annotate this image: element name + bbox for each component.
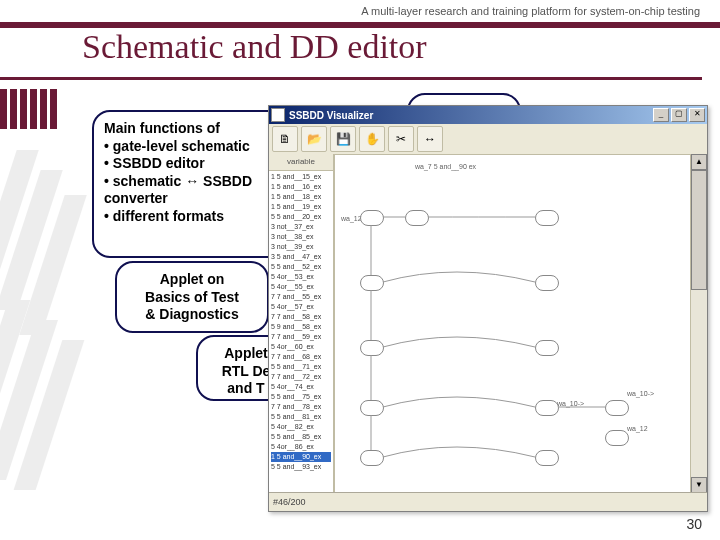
list-item[interactable]: 3 not__39_ex xyxy=(271,242,331,252)
vertical-scrollbar[interactable]: ▲ ▼ xyxy=(691,154,707,493)
list-item[interactable]: 7 7 and__59_ex xyxy=(271,332,331,342)
link-icon[interactable]: ↔ xyxy=(417,126,443,152)
list-item[interactable]: 5 4or__53_ex xyxy=(271,272,331,282)
doc-icon[interactable]: 🗎 xyxy=(272,126,298,152)
applet-basics-line: & Diagnostics xyxy=(127,306,257,324)
list-item[interactable]: 3 not__37_ex xyxy=(271,222,331,232)
divider-under-title xyxy=(0,77,702,80)
window-toolbar: 🗎 📂 💾 ✋ ✂ ↔ xyxy=(269,124,707,155)
list-item[interactable]: 5 4or__86_ex xyxy=(271,442,331,452)
list-item[interactable]: 1 5 and__15_ex xyxy=(271,172,331,182)
list-item[interactable]: 5 5 and__75_ex xyxy=(271,392,331,402)
minimize-button[interactable]: _ xyxy=(653,108,669,122)
list-item[interactable]: 7 7 and__58_ex xyxy=(271,312,331,322)
list-item[interactable]: 5 5 and__52_ex xyxy=(271,262,331,272)
list-item[interactable]: 7 7 and__55_ex xyxy=(271,292,331,302)
main-functions-bullet: • different formats xyxy=(104,208,294,226)
graph-edges xyxy=(335,155,690,492)
maximize-button[interactable]: ▢ xyxy=(671,108,687,122)
applet-basics-callout: Applet on Basics of Test & Diagnostics xyxy=(115,261,269,333)
list-item[interactable]: 5 5 and__81_ex xyxy=(271,412,331,422)
applet-basics-line: Basics of Test xyxy=(127,289,257,307)
list-item[interactable]: 7 7 and__78_ex xyxy=(271,402,331,412)
list-item[interactable]: 5 9 and__58_ex xyxy=(271,322,331,332)
header-subtitle: A multi-layer research and training plat… xyxy=(0,0,720,22)
scroll-up-button[interactable]: ▲ xyxy=(691,154,707,170)
page-title: Schematic and DD editor xyxy=(82,28,427,66)
logo xyxy=(0,87,66,133)
window-app-icon xyxy=(271,108,285,122)
list-item[interactable]: 1 5 and__19_ex xyxy=(271,202,331,212)
window-title-text: SSBDD Visualizer xyxy=(289,110,653,121)
window-titlebar[interactable]: SSBDD Visualizer _ ▢ ✕ xyxy=(269,106,707,124)
side-list[interactable]: 1 5 and__15_ex1 5 and__16_ex1 5 and__18_… xyxy=(269,171,333,493)
main-functions-bullet: • SSBDD editor xyxy=(104,155,294,173)
page-number: 30 xyxy=(686,516,702,532)
scroll-down-button[interactable]: ▼ xyxy=(691,477,707,493)
list-item[interactable]: 3 not__38_ex xyxy=(271,232,331,242)
slide: A multi-layer research and training plat… xyxy=(0,0,720,540)
list-item[interactable]: 7 7 and__72_ex xyxy=(271,372,331,382)
list-item[interactable]: 5 5 and__85_ex xyxy=(271,432,331,442)
list-item[interactable]: 5 4or__55_ex xyxy=(271,282,331,292)
main-functions-bullet: • schematic ↔ SSBDD xyxy=(104,173,294,191)
ssbdd-window: SSBDD Visualizer _ ▢ ✕ 🗎 📂 💾 ✋ ✂ ↔ varia… xyxy=(268,105,708,512)
open-icon[interactable]: 📂 xyxy=(301,126,327,152)
list-item[interactable]: 5 5 and__71_ex xyxy=(271,362,331,372)
list-item[interactable]: 7 7 and__68_ex xyxy=(271,352,331,362)
side-panel: variable 1 5 and__15_ex1 5 and__16_ex1 5… xyxy=(269,154,334,493)
list-item[interactable]: 5 4or__60_ex xyxy=(271,342,331,352)
list-item[interactable]: 5 5 and__20_ex xyxy=(271,212,331,222)
list-item[interactable]: 5 4or__74_ex xyxy=(271,382,331,392)
side-tab[interactable]: variable xyxy=(269,154,333,171)
window-control-buttons: _ ▢ ✕ xyxy=(653,108,705,122)
diagram-canvas[interactable]: wa_7 5 and__90 ex wa_12 wa_10-> wa_10-> … xyxy=(334,154,691,493)
list-item[interactable]: 5 5 and__93_ex xyxy=(271,462,331,472)
list-item[interactable]: 1 5 and__18_ex xyxy=(271,192,331,202)
list-item[interactable]: 3 5 and__47_ex xyxy=(271,252,331,262)
main-functions-heading: Main functions of xyxy=(104,120,294,138)
list-item[interactable]: 1 5 and__16_ex xyxy=(271,182,331,192)
scroll-thumb[interactable] xyxy=(691,170,707,290)
applet-basics-line: Applet on xyxy=(127,271,257,289)
list-item[interactable]: 5 4or__82_ex xyxy=(271,422,331,432)
main-functions-bullet: • gate-level schematic xyxy=(104,138,294,156)
cut-icon[interactable]: ✂ xyxy=(388,126,414,152)
list-item[interactable]: 1 5 and__90_ex xyxy=(271,452,331,462)
hand-icon[interactable]: ✋ xyxy=(359,126,385,152)
window-body: variable 1 5 and__15_ex1 5 and__16_ex1 5… xyxy=(269,154,707,493)
close-button[interactable]: ✕ xyxy=(689,108,705,122)
status-bar: #46/200 xyxy=(269,492,707,511)
list-item[interactable]: 5 4or__57_ex xyxy=(271,302,331,312)
save-icon[interactable]: 💾 xyxy=(330,126,356,152)
main-functions-bullet: converter xyxy=(104,190,294,208)
